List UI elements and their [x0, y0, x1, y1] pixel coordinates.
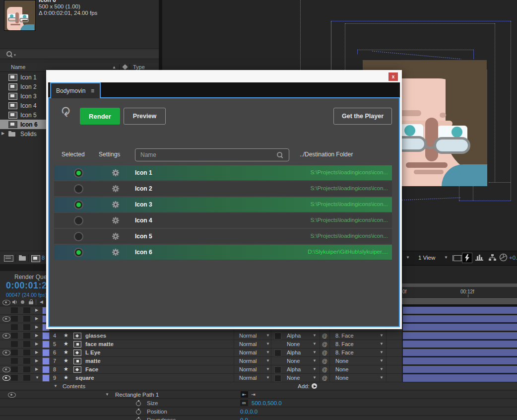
- layer-name[interactable]: face matte: [85, 341, 114, 347]
- project-search-bar[interactable]: ▼: [0, 49, 159, 59]
- parent-dropdown[interactable]: 8. Face: [335, 333, 354, 339]
- layer-visibility-icon[interactable]: [2, 350, 10, 355]
- parent-dropdown[interactable]: 8. Face: [335, 341, 354, 347]
- render-button[interactable]: Render: [80, 108, 120, 125]
- chevron-down-icon[interactable]: ▼: [266, 334, 270, 338]
- chevron-down-icon[interactable]: ▼: [266, 350, 270, 354]
- collapse-transforms-star-icon[interactable]: ★: [64, 332, 68, 339]
- trkmat-dropdown[interactable]: Alpha: [287, 350, 301, 355]
- chevron-down-icon[interactable]: ▼: [313, 367, 317, 371]
- blend-mode-dropdown[interactable]: Normal: [239, 358, 257, 364]
- chevron-down-icon[interactable]: ▼: [266, 367, 270, 371]
- property-value[interactable]: 0.0: [240, 417, 248, 420]
- layer-row[interactable]: ▶ 8 ★ Face Normal ▼ Alpha ▼ @ None ▼: [0, 365, 403, 373]
- chevron-down-icon[interactable]: ▼: [444, 256, 448, 260]
- layer-name[interactable]: square: [75, 375, 94, 381]
- group-visibility-icon[interactable]: [8, 392, 16, 398]
- property-row[interactable]: Position 0.0,0.0: [0, 408, 517, 416]
- shape-group-row[interactable]: ▼ Rectangle Path 1 ⇤ ⇥: [0, 391, 517, 399]
- chevron-down-icon[interactable]: ▼: [266, 376, 270, 380]
- collapse-transforms-star-icon[interactable]: ★: [64, 357, 68, 364]
- expand-triangle-icon[interactable]: ▶: [35, 325, 38, 329]
- blend-mode-dropdown[interactable]: Normal: [239, 375, 257, 381]
- collapse-transforms-star-icon[interactable]: ★: [64, 374, 68, 381]
- preview-button[interactable]: Preview: [124, 108, 166, 125]
- histogram-icon[interactable]: [475, 254, 483, 261]
- region-of-interest-icon[interactable]: [452, 255, 462, 261]
- chevron-down-icon[interactable]: ▼: [313, 359, 317, 363]
- layer-visibility-icon[interactable]: [2, 316, 10, 322]
- timeline-layer-bar[interactable]: [403, 349, 517, 356]
- property-value[interactable]: 0.0,0.0: [240, 409, 258, 415]
- comp-destination-path[interactable]: S:\Projects\loadingicons\icon...: [310, 185, 388, 191]
- comp-row[interactable]: Icon 3 S:\Projects\loadingicons\icon...: [54, 197, 392, 212]
- trkmat-dropdown[interactable]: None: [287, 341, 300, 347]
- layer-name[interactable]: L Eye: [85, 350, 100, 355]
- comp-select-radio[interactable]: [74, 184, 83, 194]
- layer-row[interactable]: ▶ 4 ★ glasses Normal ▼ Alpha ▼ @ 8. Face…: [0, 332, 403, 340]
- comp-row[interactable]: Icon 2 S:\Projects\loadingicons\icon...: [54, 181, 392, 196]
- chevron-down-icon[interactable]: ▼: [380, 376, 384, 380]
- collapse-transforms-star-icon[interactable]: ★: [64, 341, 68, 347]
- comp-row[interactable]: Icon 6 D:\Slykuiper\GitHub\slykuiper....: [54, 245, 392, 260]
- comp-row[interactable]: Icon 4 S:\Projects\loadingicons\icon...: [54, 213, 392, 228]
- comp-destination-path[interactable]: D:\Slykuiper\GitHub\slykuiper....: [308, 249, 388, 255]
- comp-select-radio[interactable]: [74, 248, 83, 257]
- chevron-down-icon[interactable]: ▼: [406, 256, 410, 260]
- layer-row[interactable]: ▶ 6 ★ L Eye Normal ▼ Alpha ▼ @ 8. Face ▼: [0, 349, 403, 356]
- settings-gear-icon[interactable]: [112, 201, 120, 209]
- settings-gear-icon[interactable]: [112, 169, 120, 177]
- stopwatch-icon[interactable]: [136, 401, 141, 406]
- in-point-icon[interactable]: ⇤: [241, 391, 248, 398]
- dialog-titlebar[interactable]: [46, 70, 402, 82]
- trkmat-dropdown[interactable]: None: [287, 375, 300, 381]
- chevron-down-icon[interactable]: ▼: [313, 334, 317, 338]
- add-menu-icon[interactable]: ▶: [312, 383, 317, 389]
- parent-dropdown[interactable]: None: [335, 375, 348, 381]
- expand-triangle-icon[interactable]: ▶: [1, 132, 4, 136]
- comp-row[interactable]: Icon 5 S:\Projects\loadingicons\icon...: [54, 229, 392, 244]
- chevron-down-icon[interactable]: ▼: [313, 376, 317, 380]
- timeline-layer-bar[interactable]: [403, 341, 517, 348]
- stopwatch-icon[interactable]: [136, 410, 141, 415]
- expand-triangle-icon[interactable]: ▶: [35, 308, 38, 312]
- blend-mode-dropdown[interactable]: Normal: [239, 341, 257, 347]
- collapse-triangle-icon[interactable]: ▼: [105, 393, 109, 397]
- chevron-down-icon[interactable]: ▼: [380, 367, 384, 371]
- comp-destination-path[interactable]: S:\Projects\loadingicons\icon...: [310, 169, 388, 175]
- settings-gear-icon[interactable]: [112, 216, 120, 224]
- pickwhip-icon[interactable]: @: [322, 333, 327, 339]
- property-row[interactable]: Roundness 0.0: [0, 416, 517, 420]
- comp-destination-path[interactable]: S:\Projects\loadingicons\icon...: [310, 233, 388, 239]
- collapse-transforms-star-icon[interactable]: ★: [64, 366, 68, 372]
- timeline-layer-bar[interactable]: [403, 366, 517, 373]
- expand-triangle-icon[interactable]: ▶: [35, 342, 38, 346]
- timeline-layer-bar[interactable]: [403, 324, 517, 331]
- contents-row[interactable]: ▼ Contents Add: ▶: [0, 382, 517, 390]
- panel-menu-icon[interactable]: ≡: [91, 87, 94, 94]
- refresh-icon[interactable]: ⟳: [58, 107, 73, 118]
- pickwhip-icon[interactable]: @: [322, 358, 327, 364]
- shape-group-name[interactable]: Rectangle Path 1: [115, 392, 159, 398]
- comp-destination-path[interactable]: S:\Projects\loadingicons\icon...: [310, 201, 388, 207]
- current-timecode[interactable]: 0:00:01:23: [6, 280, 52, 291]
- comp-select-radio[interactable]: [74, 216, 83, 225]
- chevron-down-icon[interactable]: ▼: [313, 350, 317, 354]
- layer-color-swatch[interactable]: [42, 349, 50, 356]
- layer-visibility-icon[interactable]: [2, 375, 10, 381]
- flowchart-icon[interactable]: [488, 254, 496, 261]
- chevron-down-icon[interactable]: ▼: [380, 342, 384, 346]
- timeline-layer-bar[interactable]: [403, 374, 517, 382]
- parent-dropdown[interactable]: None: [335, 366, 348, 372]
- settings-gear-icon[interactable]: [112, 232, 120, 240]
- expand-triangle-icon[interactable]: ▶: [35, 317, 38, 321]
- new-composition-icon[interactable]: [31, 255, 40, 262]
- out-point-icon[interactable]: ⇥: [250, 391, 257, 398]
- interpret-footage-icon[interactable]: [4, 255, 13, 262]
- layer-name[interactable]: Face: [85, 366, 98, 372]
- expand-triangle-icon[interactable]: ▶: [35, 359, 38, 363]
- preserve-transparency-checkbox[interactable]: [274, 350, 281, 356]
- chevron-down-icon[interactable]: ▼: [266, 359, 270, 363]
- collapse-triangle-icon[interactable]: ▼: [54, 384, 58, 388]
- expand-triangle-icon[interactable]: ▶: [35, 367, 38, 371]
